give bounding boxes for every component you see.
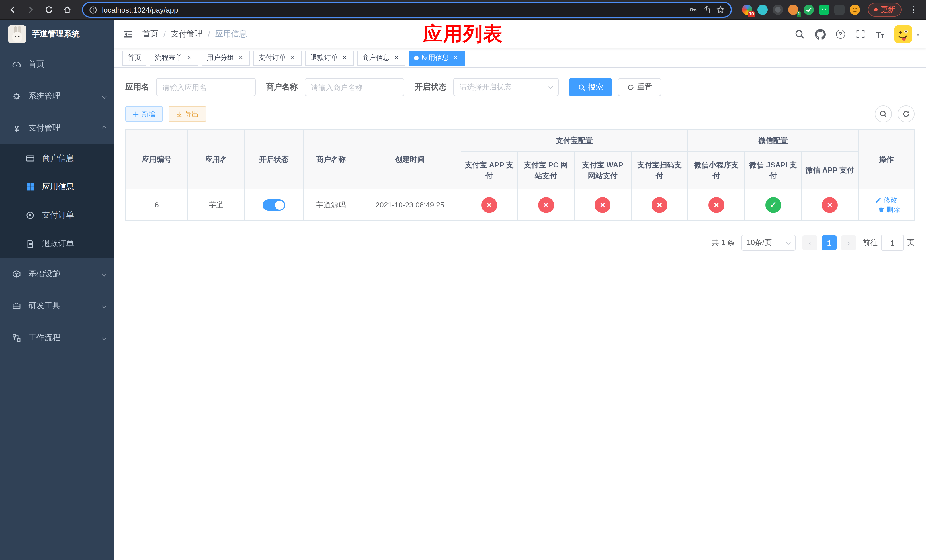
page-label: 页 — [907, 238, 915, 248]
close-icon[interactable]: × — [452, 54, 460, 62]
share-icon[interactable] — [702, 5, 711, 14]
close-icon[interactable]: × — [289, 54, 297, 62]
cell-app-name: 芋道 — [188, 189, 245, 221]
sidebar-item-app-info[interactable]: 应用信息 — [0, 173, 114, 201]
extension-icon-3[interactable] — [773, 5, 783, 15]
forward-icon[interactable] — [23, 2, 39, 18]
yen-icon: ¥ — [11, 124, 22, 132]
page-title-annotation: 应用列表 — [423, 21, 503, 47]
site-info-icon[interactable] — [89, 5, 97, 14]
page-1-button[interactable]: 1 — [822, 235, 837, 250]
tab-refund-order[interactable]: 退款订单× — [305, 50, 354, 65]
breadcrumb-home[interactable]: 首页 — [142, 29, 158, 39]
header-alipay-app: 支付宝 APP 支付 — [461, 151, 517, 189]
header-alipay-qr: 支付宝扫码支付 — [631, 151, 688, 189]
header-created: 创建时间 — [359, 130, 461, 189]
sidebar-item-system-mgmt[interactable]: 系统管理 — [0, 80, 114, 112]
tab-merchant-info[interactable]: 商户信息× — [357, 50, 406, 65]
help-icon[interactable]: ? — [831, 30, 850, 39]
reset-button[interactable]: 重置 — [618, 78, 661, 96]
browser-menu-icon[interactable]: ⋮ — [906, 5, 921, 15]
screen: localhost:1024/pay/app 10 1 — [0, 0, 926, 560]
extension-icon-8[interactable] — [850, 5, 860, 15]
sidebar-item-infrastructure[interactable]: 基础设施 — [0, 258, 114, 290]
tab-user-group[interactable]: 用户分组× — [201, 50, 250, 65]
tab-home[interactable]: 首页 — [123, 50, 146, 65]
extension-badge: 1 — [796, 11, 801, 17]
delete-link[interactable]: 删除 — [878, 205, 900, 215]
hamburger-icon[interactable] — [114, 20, 142, 48]
header-alipay-wap: 支付宝 WAP 网站支付 — [574, 151, 631, 189]
sidebar-item-dev-tools[interactable]: 研发工具 — [0, 290, 114, 322]
extension-icon-1[interactable]: 10 — [742, 5, 752, 15]
logo-avatar — [8, 25, 26, 43]
sidebar-item-home[interactable]: 首页 — [0, 48, 114, 80]
navbar-actions: ? TT — [789, 25, 926, 43]
extension-icon-6[interactable] — [819, 5, 829, 15]
key-icon[interactable] — [688, 5, 698, 14]
bank-card-icon — [25, 154, 35, 163]
breadcrumb-payment-mgmt[interactable]: 支付管理 — [171, 29, 203, 39]
prev-page-button[interactable]: ‹ — [802, 235, 817, 250]
url-text[interactable]: localhost:1024/pay/app — [102, 5, 178, 14]
goto-label: 前往 — [863, 238, 878, 248]
font-size-icon[interactable]: TT — [870, 29, 890, 39]
close-icon[interactable]: × — [185, 54, 193, 62]
page-size-select[interactable]: 10条/页 — [741, 235, 796, 251]
avatar[interactable] — [894, 25, 912, 43]
merchant-name-input[interactable] — [305, 78, 404, 96]
github-icon[interactable] — [809, 29, 831, 39]
tab-process-form[interactable]: 流程表单× — [150, 50, 198, 65]
search-button[interactable]: 搜索 — [569, 78, 612, 96]
grid-icon — [25, 182, 35, 191]
sidebar-item-merchant-info[interactable]: 商户信息 — [0, 144, 114, 173]
address-bar[interactable]: localhost:1024/pay/app — [82, 2, 732, 18]
close-icon[interactable]: × — [340, 54, 348, 62]
sidebar-item-payment-order[interactable]: 支付订单 — [0, 201, 114, 230]
toggle-search-button[interactable] — [875, 105, 892, 123]
status-select[interactable]: 请选择开启状态 — [453, 78, 559, 96]
tags-bar: 首页 流程表单× 用户分组× 支付订单× 退款订单× 商户信息× 应用信息× — [114, 48, 926, 68]
filter-form: 应用名 商户名称 开启状态 请选择开启状态 搜索 重置 — [125, 78, 915, 96]
tab-app-info[interactable]: 应用信息× — [409, 50, 465, 65]
chevron-up-icon — [102, 126, 107, 131]
fullscreen-icon[interactable] — [850, 29, 870, 39]
alipay-qr-status-icon: × — [652, 197, 667, 213]
record-icon — [25, 211, 35, 220]
refresh-button[interactable] — [897, 105, 915, 123]
home-icon[interactable] — [59, 2, 75, 18]
update-button[interactable]: 更新 — [868, 3, 902, 17]
back-icon[interactable] — [5, 2, 21, 18]
goto-input[interactable] — [881, 235, 904, 251]
extension-icon-4[interactable]: 1 — [788, 5, 799, 15]
add-button[interactable]: 新增 — [125, 106, 163, 122]
breadcrumb-current: 应用信息 — [215, 29, 247, 39]
edit-link[interactable]: 修改 — [876, 195, 897, 205]
bookmark-star-icon[interactable] — [716, 5, 725, 14]
export-button[interactable]: 导出 — [169, 106, 206, 122]
next-page-button[interactable]: › — [841, 235, 856, 250]
tab-payment-order[interactable]: 支付订单× — [253, 50, 302, 65]
page-content: 应用名 商户名称 开启状态 请选择开启状态 搜索 重置 — [114, 68, 926, 560]
header-wechat-jsapi: 微信 JSAPI 支付 — [744, 151, 801, 189]
close-icon[interactable]: × — [237, 54, 245, 62]
sidebar-item-payment-mgmt[interactable]: ¥ 支付管理 — [0, 112, 114, 144]
chevron-down-icon — [102, 94, 107, 99]
close-icon[interactable]: × — [392, 54, 400, 62]
sidebar-item-refund-order[interactable]: 退款订单 — [0, 230, 114, 258]
reload-icon[interactable] — [41, 2, 57, 18]
extension-icon-7[interactable] — [834, 5, 844, 15]
workflow-icon — [11, 333, 22, 342]
caret-down-icon[interactable] — [916, 33, 920, 38]
extension-icon-2[interactable] — [757, 5, 768, 15]
cell-merchant: 芋道源码 — [303, 189, 359, 221]
app-table: 应用编号 应用名 开启状态 商户名称 创建时间 支付宝配置 微信配置 操作 支付… — [125, 129, 915, 221]
app-name-input[interactable] — [156, 78, 256, 96]
total-count: 共 1 条 — [711, 238, 735, 248]
header-group-wechat: 微信配置 — [688, 130, 858, 151]
search-icon[interactable] — [789, 29, 809, 39]
extension-icon-5[interactable] — [803, 5, 814, 15]
chevron-down-icon — [102, 336, 107, 341]
sidebar-item-workflow[interactable]: 工作流程 — [0, 322, 114, 354]
status-toggle[interactable] — [263, 199, 285, 210]
